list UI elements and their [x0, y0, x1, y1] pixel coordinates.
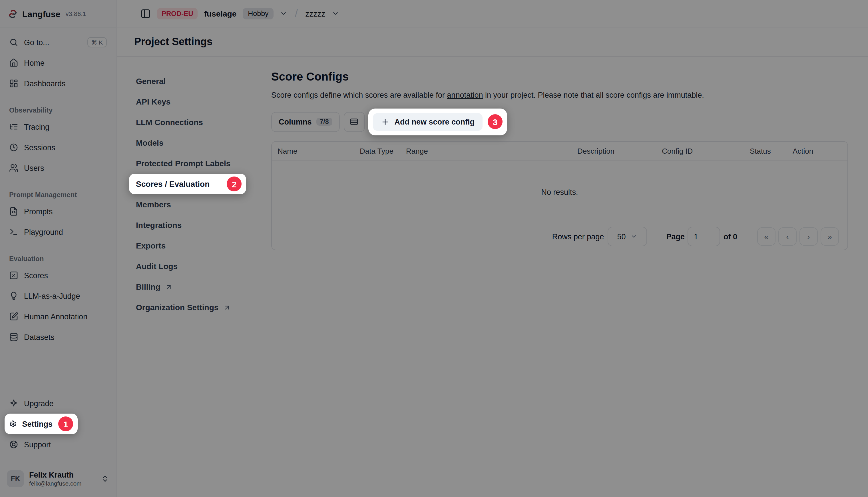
goto-shortcut: ⌘ K [87, 37, 107, 47]
section-description: Score configs define which scores are av… [271, 91, 848, 99]
user-email: felix@langfuse.com [29, 480, 96, 487]
sidebar-item-datasets[interactable]: Datasets [4, 327, 111, 347]
user-menu[interactable]: FK Felix Krauth felix@langfuse.com [4, 466, 111, 491]
sidebar: Langfuse v3.86.1 Go to... ⌘ K Home Dashb… [0, 0, 116, 497]
annotation-badge-2: 2 [227, 176, 242, 191]
chevron-down-icon[interactable] [280, 10, 288, 17]
page-of-label: of 0 [724, 232, 737, 241]
add-score-config-spotlight: Add new score config 3 [368, 108, 507, 135]
topbar: PROD-EU fuselage Hobby / zzzzz [117, 0, 868, 27]
sidebar-item-upgrade[interactable]: Upgrade [4, 393, 111, 414]
section-title: Score Configs [271, 70, 848, 83]
page-body: General API Keys LLM Connections Models … [117, 57, 868, 496]
sidebar-item-llm-as-a-judge[interactable]: LLM-as-a-Judge [4, 286, 111, 306]
playground-icon [9, 227, 18, 237]
next-page-button[interactable]: › [799, 227, 818, 246]
sidebar-item-label: Prompts [24, 207, 53, 216]
last-page-button[interactable]: » [821, 227, 839, 246]
chevron-down-icon[interactable] [332, 10, 339, 17]
arrow-up-right-icon [165, 283, 172, 290]
table-header-row: Name Data Type Range Description Config … [272, 142, 848, 161]
sidebar-item-playground[interactable]: Playground [4, 222, 111, 242]
sidebar-section-observability: Observability [4, 104, 111, 116]
sidebar-item-label: Tracing [24, 123, 49, 131]
environment-badge: PROD-EU [157, 8, 198, 19]
goto-search[interactable]: Go to... ⌘ K [4, 32, 111, 53]
table-empty-state: No results. [272, 161, 848, 223]
annotation-pen-icon [9, 312, 18, 321]
columns-button[interactable]: Columns 7/8 [271, 112, 340, 132]
sidebar-item-users[interactable]: Users [4, 158, 111, 178]
settings-nav-api-keys[interactable]: API Keys [129, 91, 246, 112]
first-page-button[interactable]: « [757, 227, 776, 246]
sidebar-item-label: Users [24, 164, 44, 172]
score-configs-section: Score Configs Score configs define which… [271, 70, 848, 250]
chevrons-right-icon: » [827, 232, 832, 241]
home-icon [9, 58, 18, 67]
plus-icon [381, 117, 389, 126]
settings-nav-general[interactable]: General [129, 71, 246, 91]
sidebar-item-prompts[interactable]: Prompts [4, 201, 111, 222]
avatar: FK [7, 470, 24, 487]
page-number-input[interactable] [688, 227, 720, 246]
column-header-config-id: Config ID [662, 147, 750, 155]
settings-nav-organization-settings[interactable]: Organization Settings [129, 297, 246, 318]
column-header-description: Description [577, 147, 662, 155]
sidebar-item-support[interactable]: Support [4, 434, 111, 455]
sidebar-item-tracing[interactable]: Tracing [4, 116, 111, 137]
sidebar-item-scores[interactable]: Scores [4, 265, 111, 286]
users-icon [9, 164, 18, 172]
add-score-config-button[interactable]: Add new score config [373, 113, 483, 130]
sidebar-item-label: Dashboards [24, 79, 66, 88]
sidebar-header: Langfuse v3.86.1 [0, 0, 116, 28]
breadcrumb-separator: / [295, 7, 298, 20]
datasets-icon [9, 332, 18, 342]
settings-nav-audit-logs[interactable]: Audit Logs [129, 256, 246, 276]
settings-nav-protected-prompt-labels[interactable]: Protected Prompt Labels [129, 153, 246, 174]
sidebar-item-label: Sessions [24, 143, 55, 152]
main-area: PROD-EU fuselage Hobby / zzzzz Project S… [117, 0, 868, 497]
sidebar-item-settings[interactable]: Settings 1 [4, 414, 78, 434]
annotation-badge-3: 3 [488, 114, 503, 129]
sidebar-item-label: LLM-as-a-Judge [24, 292, 80, 300]
annotation-link[interactable]: annotation [447, 91, 483, 99]
table-pagination: Rows per page 50 Page of 0 « ‹ › » [272, 223, 848, 250]
previous-page-button[interactable]: ‹ [778, 227, 797, 246]
search-icon [9, 38, 18, 47]
column-header-status: Status [750, 147, 793, 155]
chevrons-up-down-icon [101, 475, 109, 483]
sidebar-item-label: Human Annotation [24, 312, 87, 321]
sidebar-item-label: Settings [22, 420, 53, 428]
dashboards-icon [9, 79, 18, 88]
settings-nav-integrations[interactable]: Integrations [129, 215, 246, 236]
sidebar-item-home[interactable]: Home [4, 53, 111, 73]
column-header-range: Range [406, 147, 577, 155]
sidebar-item-label: Datasets [24, 333, 55, 341]
scores-icon [9, 271, 18, 280]
settings-nav-members[interactable]: Members [129, 194, 246, 215]
pager-buttons: « ‹ › » [757, 227, 839, 246]
breadcrumb-org[interactable]: fuselage [204, 9, 237, 18]
breadcrumb-project[interactable]: zzzzz [305, 9, 325, 18]
rows-per-page-select[interactable]: 50 [607, 227, 647, 246]
settings-nav-billing[interactable]: Billing [129, 276, 246, 297]
goto-label: Go to... [24, 38, 49, 46]
settings-nav-llm-connections[interactable]: LLM Connections [129, 112, 246, 132]
sidebar-item-sessions[interactable]: Sessions [4, 137, 111, 158]
tracing-icon [9, 122, 18, 131]
page-label: Page [666, 232, 685, 241]
settings-nav-models[interactable]: Models [129, 132, 246, 153]
app-window: Langfuse v3.86.1 Go to... ⌘ K Home Dashb… [0, 0, 868, 497]
settings-nav-scores-evaluation[interactable]: Scores / Evaluation 2 [129, 174, 246, 194]
user-name: Felix Krauth [29, 470, 96, 480]
life-buoy-icon [9, 440, 18, 449]
panel-left-toggle-icon[interactable] [141, 8, 151, 18]
langfuse-logo-icon [8, 8, 18, 19]
sidebar-item-dashboards[interactable]: Dashboards [4, 73, 111, 94]
sidebar-item-human-annotation[interactable]: Human Annotation [4, 306, 111, 327]
sidebar-section-prompt-management: Prompt Management [4, 188, 111, 201]
row-height-button[interactable] [344, 112, 365, 132]
sidebar-bottom: Upgrade Settings 1 Support FK Felix Krau… [4, 393, 111, 491]
chevrons-left-icon: « [764, 232, 769, 241]
settings-nav-exports[interactable]: Exports [129, 236, 246, 256]
